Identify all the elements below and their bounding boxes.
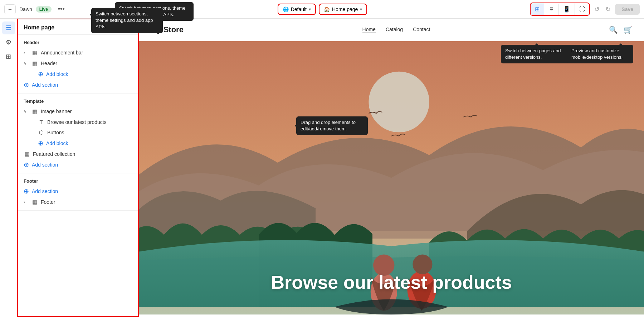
buttons-label: Buttons xyxy=(47,130,64,135)
add-section-footer-label: Add section xyxy=(32,188,58,194)
settings-panel-button[interactable]: ⚙ xyxy=(2,36,15,49)
svg-point-1 xyxy=(369,72,429,133)
image-banner-label: Image banner xyxy=(41,109,72,114)
left-panel: Home page Header › ▦ Announcement bar ∨ … xyxy=(17,19,139,317)
nav-link-home[interactable]: Home xyxy=(362,27,376,33)
image-banner-icon: ▦ xyxy=(31,108,38,115)
featured-collection-icon: ▦ xyxy=(24,151,30,157)
sections-icon: ☰ xyxy=(6,24,11,32)
add-section-template-label: Add section xyxy=(32,162,58,168)
store-preview: My Store Home Catalog Contact 🔍 🛒 xyxy=(139,19,644,317)
add-block-label: Add block xyxy=(46,71,68,77)
nav-link-contact[interactable]: Contact xyxy=(413,27,430,33)
mobile-view-button[interactable]: 📱 xyxy=(559,3,575,15)
announcement-bar-icon: ▦ xyxy=(31,49,38,56)
chevron-right-icon-footer: › xyxy=(24,200,29,205)
text-icon: T xyxy=(38,119,44,125)
panel-title: Home page xyxy=(18,19,138,35)
redo-button[interactable]: ↻ xyxy=(604,4,612,15)
store-logo: My Store xyxy=(150,25,184,34)
top-bar-left: ← Dawn Live ••• xyxy=(4,4,68,14)
plus-circle-icon-3: ⊕ xyxy=(38,140,43,147)
browse-products-item[interactable]: T Browse our latest products xyxy=(18,117,138,127)
back-button[interactable]: ← xyxy=(4,4,16,14)
top-bar-right: ⊞ 🖥 📱 ⛶ ↺ ↻ Save xyxy=(530,3,640,16)
announcement-bar-item[interactable]: › ▦ Announcement bar xyxy=(18,47,138,58)
main-layout: ☰ ⚙ ⊞ Home page Header › ▦ Announcement … xyxy=(0,19,644,317)
live-badge: Live xyxy=(36,6,52,13)
featured-collection-item[interactable]: ▦ Featured collection xyxy=(18,149,138,159)
footer-label: Footer xyxy=(41,199,55,205)
theme-name: Dawn xyxy=(19,6,32,12)
footer-group-title: Footer xyxy=(18,176,138,186)
more-button[interactable]: ••• xyxy=(55,4,68,14)
save-button[interactable]: Save xyxy=(615,4,640,15)
plus-circle-icon-5: ⊕ xyxy=(24,188,29,194)
store-nav-icons: 🔍 🛒 xyxy=(609,25,633,34)
icon-sidebar: ☰ ⚙ ⊞ xyxy=(0,19,17,317)
gear-icon: ⚙ xyxy=(6,38,11,46)
top-bar: ← Dawn Live ••• Switch between sections,… xyxy=(0,0,644,19)
buttons-icon: ⬡ xyxy=(38,129,44,136)
preview-area: My Store Home Catalog Contact 🔍 🛒 xyxy=(139,19,644,317)
sections-panel-button[interactable]: ☰ xyxy=(2,21,15,34)
image-banner-item[interactable]: ∨ ▦ Image banner xyxy=(18,106,138,117)
footer-icon: ▦ xyxy=(31,199,38,205)
featured-collection-label: Featured collection xyxy=(33,151,75,157)
home-icon: 🏠 xyxy=(324,6,330,12)
homepage-dropdown[interactable]: 🏠 Home page ▾ xyxy=(319,4,367,15)
add-block-template-label: Add block xyxy=(46,140,68,146)
top-bar-center: 🌐 Default ▾ 🏠 Home page ▾ xyxy=(119,4,526,15)
template-group-title: Template xyxy=(18,96,138,106)
add-block-header-button[interactable]: ⊕ Add block xyxy=(18,69,138,80)
add-section-template-button[interactable]: ⊕ Add section xyxy=(18,159,138,170)
chevron-down-icon-banner: ∨ xyxy=(24,109,29,114)
hero-title: Browse our latest products xyxy=(271,272,512,293)
buttons-item[interactable]: ⬡ Buttons xyxy=(18,127,138,138)
apps-panel-button[interactable]: ⊞ xyxy=(2,50,15,63)
apps-icon: ⊞ xyxy=(6,53,11,61)
footer-section-group: Footer ⊕ Add section › ▦ Footer xyxy=(18,173,138,211)
chevron-down-icon-2: ▾ xyxy=(360,7,362,12)
add-section-header-label: Add section xyxy=(32,82,58,88)
store-nav: My Store Home Catalog Contact 🔍 🛒 xyxy=(139,19,644,41)
expand-view-button[interactable]: ⛶ xyxy=(575,4,589,15)
fullscreen-view-button[interactable]: 🖥 xyxy=(544,4,559,15)
header-icon: ▦ xyxy=(31,60,38,67)
add-section-footer-button[interactable]: ⊕ Add section xyxy=(18,186,138,197)
hero-banner: Browse our latest products Drag and drop… xyxy=(139,41,644,314)
store-nav-links: Home Catalog Contact xyxy=(362,27,430,33)
add-section-header-button[interactable]: ⊕ Add section xyxy=(18,80,138,90)
hero-text-block: Browse our latest products xyxy=(271,272,512,293)
globe-icon: 🌐 xyxy=(283,6,289,12)
plus-circle-icon-4: ⊕ xyxy=(24,162,29,168)
template-section-group: Template ∨ ▦ Image banner T Browse our l… xyxy=(18,93,138,173)
chevron-right-icon: › xyxy=(24,50,29,55)
footer-item[interactable]: › ▦ Footer xyxy=(18,197,138,207)
header-item[interactable]: ∨ ▦ Header xyxy=(18,58,138,69)
browse-products-label: Browse our latest products xyxy=(47,119,107,125)
chevron-down-icon-header: ∨ xyxy=(24,61,29,66)
desktop-view-button[interactable]: ⊞ xyxy=(531,3,544,15)
default-dropdown[interactable]: 🌐 Default ▾ xyxy=(278,4,316,15)
header-section-group: Header › ▦ Announcement bar ∨ ▦ Header ⊕… xyxy=(18,35,138,93)
header-label: Header xyxy=(41,61,57,66)
header-group-title: Header xyxy=(18,38,138,47)
cart-icon[interactable]: 🛒 xyxy=(624,25,633,34)
add-block-template-button[interactable]: ⊕ Add block xyxy=(18,138,138,149)
plus-circle-icon-2: ⊕ xyxy=(24,82,29,88)
plus-circle-icon: ⊕ xyxy=(38,71,43,77)
undo-button[interactable]: ↺ xyxy=(593,4,601,15)
chevron-down-icon: ▾ xyxy=(309,7,311,12)
view-buttons-group: ⊞ 🖥 📱 ⛶ xyxy=(530,3,590,16)
search-icon[interactable]: 🔍 xyxy=(609,25,618,34)
nav-link-catalog[interactable]: Catalog xyxy=(386,27,403,33)
announcement-bar-label: Announcement bar xyxy=(41,50,83,56)
